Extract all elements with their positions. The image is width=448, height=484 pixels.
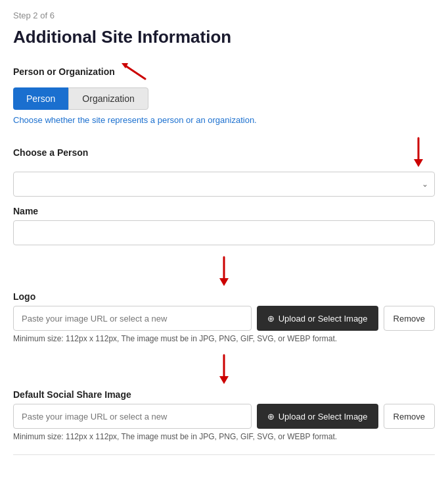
arrow-to-social-icon [13, 354, 435, 387]
choose-person-select[interactable] [13, 172, 435, 197]
svg-marker-7 [219, 376, 229, 384]
logo-upload-button[interactable]: ⊕ Upload or Select Image [257, 306, 378, 331]
logo-upload-label: Upload or Select Image [279, 314, 368, 324]
social-upload-plus-icon: ⊕ [267, 412, 275, 422]
upload-plus-icon: ⊕ [267, 314, 275, 324]
person-org-label: Person or Organization [13, 66, 115, 77]
social-hint-formats: JPG, PNG, GIF, SVG, or WEBP format. [199, 432, 337, 441]
logo-label: Logo [13, 291, 435, 302]
logo-hint-prefix: Minimum size: 112px x 112px, The image m… [13, 334, 199, 343]
logo-url-input[interactable] [13, 306, 252, 331]
logo-remove-button[interactable]: Remove [384, 306, 435, 331]
svg-marker-3 [414, 159, 423, 167]
svg-line-0 [125, 66, 145, 79]
social-share-hint: Minimum size: 112px x 112px, The image m… [13, 432, 435, 441]
social-share-upload-button[interactable]: ⊕ Upload or Select Image [257, 404, 378, 429]
name-label: Name [13, 206, 435, 216]
person-org-hint: Choose whether the site represents a per… [13, 115, 435, 125]
social-share-upload-label: Upload or Select Image [279, 412, 368, 422]
page-title: Additional Site Information [13, 27, 435, 47]
arrow-indicator-icon [120, 60, 146, 82]
section-divider [13, 454, 435, 455]
arrow-to-logo-icon [13, 256, 435, 289]
social-share-label: Default Social Share Image [13, 389, 435, 400]
social-share-url-input[interactable] [13, 404, 252, 429]
organization-button[interactable]: Organization [68, 87, 148, 110]
logo-hint: Minimum size: 112px x 112px, The image m… [13, 334, 435, 343]
name-input[interactable] [13, 220, 435, 245]
social-hint-prefix: Minimum size: 112px x 112px, The image m… [13, 432, 199, 441]
arrow-down-right-icon [409, 137, 428, 172]
step-label: Step 2 of 6 [13, 11, 435, 20]
social-share-remove-button[interactable]: Remove [384, 404, 435, 429]
svg-marker-5 [219, 278, 229, 286]
choose-person-select-wrapper: ⌄ [13, 172, 435, 197]
person-button[interactable]: Person [13, 87, 68, 110]
choose-person-label: Choose a Person [13, 147, 88, 158]
logo-hint-formats: JPG, PNG, GIF, SVG, or WEBP format. [199, 334, 337, 343]
